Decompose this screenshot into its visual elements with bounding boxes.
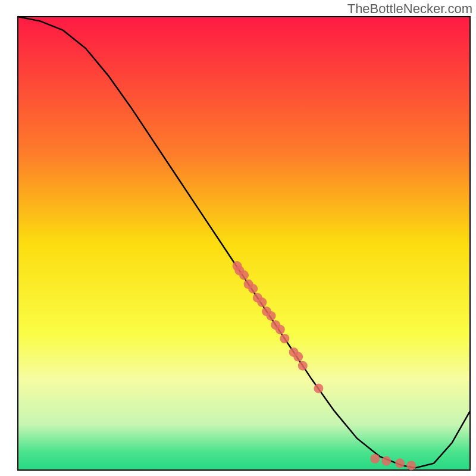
scatter-dot (298, 361, 308, 371)
scatter-dot (395, 459, 405, 468)
scatter-dot (406, 461, 416, 470)
watermark-text: TheBottleNecker.com (347, 1, 472, 17)
chart-container: TheBottleNecker.com (0, 0, 476, 476)
scatter-dot (370, 454, 380, 464)
scatter-dot (381, 456, 391, 466)
scatter-dot (314, 384, 323, 393)
scatter-dot (239, 270, 249, 280)
scatter-dot (293, 352, 303, 362)
scatter-dot (248, 284, 258, 293)
chart-svg (0, 0, 476, 476)
plot-background (18, 17, 470, 470)
scatter-dot (280, 334, 289, 343)
scatter-dot (275, 325, 285, 334)
scatter-dot (257, 298, 267, 307)
scatter-dot (267, 311, 276, 321)
